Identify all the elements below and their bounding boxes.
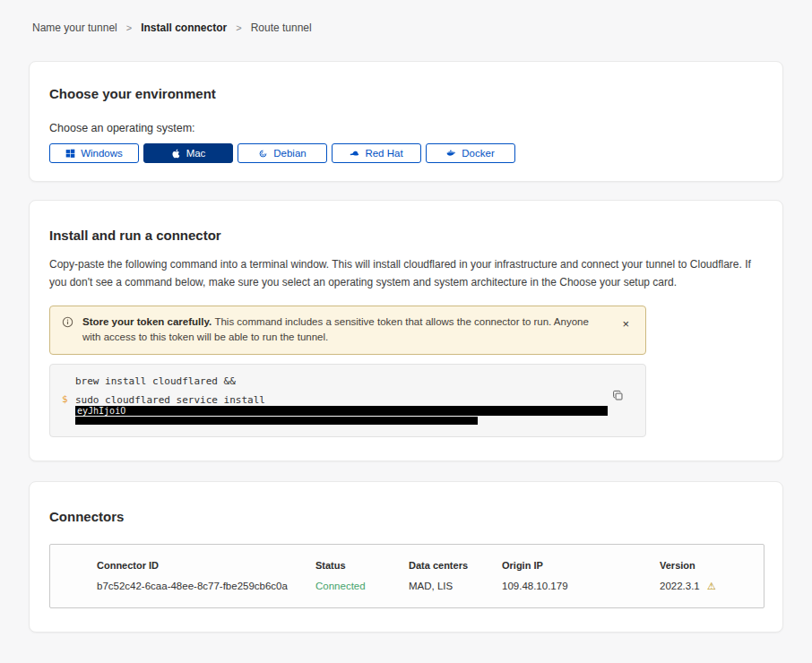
version-warning-icon: ⚠ (707, 581, 716, 591)
os-button-label: Red Hat (365, 148, 402, 159)
info-icon (62, 316, 73, 328)
shell-prompt: $ (62, 393, 68, 405)
connectors-card-title: Connectors (49, 509, 763, 524)
os-button-label: Debian (273, 148, 306, 159)
copy-icon[interactable] (610, 388, 626, 403)
token-warning-title: Store your token carefully. (82, 316, 214, 327)
connectors-card: Connectors Connector ID Status Data cent… (29, 481, 783, 633)
install-connector-card: Install and run a connector Copy-paste t… (29, 200, 783, 461)
os-select-label: Choose an operating system: (49, 122, 763, 134)
header-data-centers: Data centers (409, 560, 502, 571)
header-connector-id: Connector ID (97, 560, 315, 571)
code-line-brew-install: brew install cloudflared && (75, 375, 609, 387)
breadcrumb-name-your-tunnel[interactable]: Name your tunnel (32, 22, 117, 34)
header-origin-ip: Origin IP (502, 560, 660, 571)
header-status: Status (315, 560, 409, 571)
install-description: Copy-paste the following command into a … (49, 256, 761, 292)
os-button-windows[interactable]: Windows (49, 143, 139, 163)
docker-icon (446, 149, 456, 159)
connectors-table-header: Connector ID Status Data centers Origin … (50, 545, 764, 575)
breadcrumb-route-tunnel[interactable]: Route tunnel (251, 22, 312, 34)
redacted-token-bar (75, 417, 478, 425)
cell-version: 2022.3.1 ⚠ (660, 581, 753, 592)
windows-icon (65, 149, 75, 159)
redhat-icon (350, 149, 359, 159)
breadcrumb-separator: > (126, 22, 132, 33)
debian-icon (258, 149, 268, 159)
apple-icon (171, 149, 181, 159)
choose-environment-card: Choose your environment Choose an operat… (29, 61, 783, 182)
os-button-docker[interactable]: Docker (426, 143, 515, 163)
cell-status: Connected (315, 581, 409, 592)
redacted-token-line: eyJhIjoiO (75, 406, 608, 416)
os-button-debian[interactable]: Debian (238, 143, 327, 163)
os-button-label: Windows (81, 148, 123, 159)
os-button-mac[interactable]: Mac (143, 143, 233, 163)
cell-origin-ip: 109.48.10.179 (502, 581, 660, 592)
os-button-label: Docker (462, 148, 494, 159)
environment-card-title: Choose your environment (49, 86, 763, 101)
code-line-service-install: sudo cloudflared service install (75, 394, 609, 406)
connectors-table: Connector ID Status Data centers Origin … (49, 544, 764, 608)
token-warning-banner: Store your token carefully. This command… (49, 306, 646, 356)
os-button-redhat[interactable]: Red Hat (332, 143, 421, 163)
install-command-code-block: $ brew install cloudflared && sudo cloud… (49, 364, 646, 437)
table-row: b7c52c42-6caa-48ee-8c77-fbe259cb6c0a Con… (50, 575, 764, 607)
version-value: 2022.3.1 (660, 581, 700, 591)
header-version: Version (660, 560, 753, 571)
token-warning-text: Store your token carefully. This command… (82, 314, 606, 347)
breadcrumb-separator: > (236, 22, 241, 33)
breadcrumb-install-connector[interactable]: Install connector (141, 22, 227, 34)
cell-connector-id: b7c52c42-6caa-48ee-8c77-fbe259cb6c0a (97, 581, 315, 592)
breadcrumb: Name your tunnel > Install connector > R… (0, 0, 812, 34)
cell-data-centers: MAD, LIS (409, 581, 502, 592)
install-card-title: Install and run a connector (49, 228, 763, 243)
close-icon[interactable]: × (620, 318, 631, 330)
os-button-row: Windows Mac Debian Red Hat Docker (49, 143, 763, 163)
os-button-label: Mac (186, 148, 206, 159)
